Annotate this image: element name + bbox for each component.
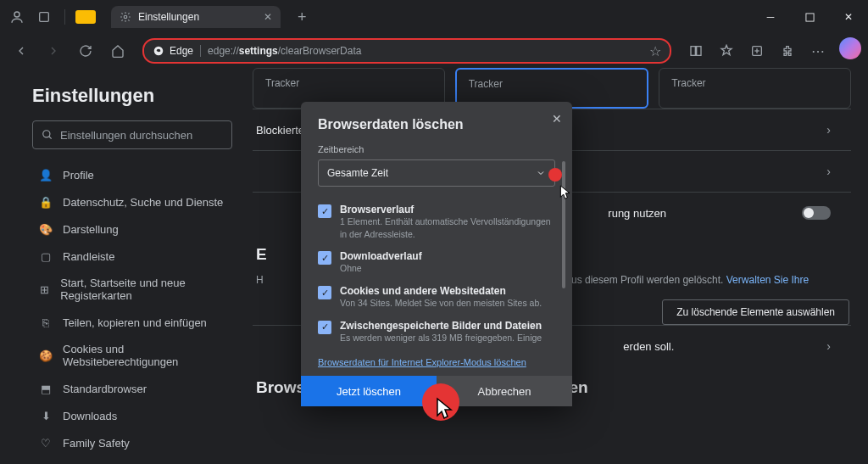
checkbox-icon[interactable]: ✓ [318,204,331,218]
settings-title: Einstellungen [32,85,232,107]
nav-icon: ♡ [39,436,53,450]
nav-icon: 🍪 [39,349,53,362]
edge-logo-icon [153,45,164,57]
more-menu-icon[interactable]: ⋯ [804,37,832,64]
nav-icon: ⊞ [39,282,50,296]
nav-icon: 👤 [39,168,53,182]
copilot-icon[interactable] [839,37,861,59]
sidebar-item[interactable]: ⬒Standardbrowser [32,375,232,402]
nav-label: Start, Startseite und neue Registerkarte… [60,277,225,302]
check-desc: Ohne [340,262,422,275]
sidebar-item[interactable]: 🍪Cookies und Websiteberechtigungen [32,336,232,375]
nav-label: Randleiste [63,250,114,263]
sidebar-item[interactable]: 🔒Datenschutz, Suche und Dienste [32,188,232,215]
nav-label: Downloads [63,410,117,422]
clear-data-dialog: ✕ Browserdaten löschen Zeitbereich Gesam… [301,102,572,406]
checkbox-icon[interactable]: ✓ [318,286,331,299]
check-title: Cookies und andere Websitedaten [340,285,542,297]
clear-now-button[interactable]: Jetzt löschen [301,376,437,406]
search-placeholder: Einstellungen durchsuchen [60,129,192,142]
chevron-right-icon: › [826,339,831,353]
cursor-arrow-icon [559,184,573,201]
svg-rect-6 [697,47,701,56]
svg-line-11 [49,137,52,139]
window-maximize-button[interactable] [790,0,829,34]
home-button[interactable] [103,37,132,64]
nav-label: Teilen, kopieren und einfügen [63,316,207,329]
back-button[interactable] [7,37,36,64]
checkbox-icon[interactable]: ✓ [318,321,331,334]
sidebar-item[interactable]: ⬇Downloads [32,402,232,429]
sidebar-item[interactable]: ⊞Start, Startseite und neue Registerkart… [32,270,232,309]
settings-search-input[interactable]: Einstellungen durchsuchen [32,120,232,149]
svg-rect-5 [691,47,695,56]
toolbar: Edge edge://settings/clearBrowserData ☆ … [0,34,868,68]
sidebar-item[interactable]: ⎘Teilen, kopieren und einfügen [32,309,232,336]
cursor-arrow-icon [436,397,456,421]
nav-icon: ▢ [39,249,53,263]
check-desc: Von 34 Sites. Meldet Sie von den meisten… [340,297,542,310]
workspaces-icon[interactable] [34,7,54,27]
extensions-icon[interactable] [773,37,802,64]
checkbox-row[interactable]: ✓Browserverlauf1 Element. Enthält automa… [318,198,555,245]
toggle-switch[interactable] [802,206,831,220]
address-url: edge://settings/clearBrowserData [201,45,361,57]
favorite-star-icon[interactable]: ☆ [649,43,661,59]
browser-tab[interactable]: Einstellungen ✕ [111,6,281,28]
address-bar[interactable]: Edge edge://settings/clearBrowserData ☆ [142,38,671,64]
dialog-title: Browserdaten löschen [318,117,555,132]
nav-label: Cookies und Websiteberechtigungen [63,343,225,368]
nav-label: Darstellung [63,223,119,236]
nav-label: Family Safety [63,437,130,450]
split-screen-icon[interactable] [682,37,710,64]
settings-sidebar: Einstellungen Einstellungen durchsuchen … [0,68,244,464]
titlebar: Einstellungen ✕ + ─ ✕ [0,0,868,34]
nav-label: Standardbrowser [63,383,147,395]
nav-label: Datenschutz, Suche und Dienste [63,196,223,209]
time-range-select[interactable]: Gesamte Zeit [318,159,555,187]
choose-items-button[interactable]: Zu löschende Elemente auswählen [662,299,849,325]
manage-link[interactable]: Verwalten Sie Ihre [726,274,809,286]
tracker-card[interactable]: Tracker [659,68,851,109]
tab-title: Einstellungen [138,11,257,23]
forward-button [39,37,68,64]
favorites-icon[interactable] [712,37,741,64]
nav-icon: ⬒ [39,382,53,395]
nav-icon: ⎘ [39,316,53,329]
time-range-label: Zeitbereich [318,144,555,154]
refresh-button[interactable] [71,37,100,64]
check-title: Zwischengespeicherte Bilder und Dateien [340,320,542,332]
new-tab-button[interactable]: + [298,8,307,26]
checkbox-row[interactable]: ✓Zwischengespeicherte Bilder und Dateien… [318,315,555,349]
check-title: Browserverlauf [340,204,555,215]
flag-icon [75,10,96,24]
checkbox-row[interactable]: ✓Cookies und andere WebsitedatenVon 34 S… [318,280,555,315]
search-icon [42,129,53,141]
sidebar-item[interactable]: 🌐Sprachen [32,456,232,464]
sidebar-item[interactable]: 👤Profile [32,161,232,188]
svg-point-10 [43,131,50,137]
window-minimize-button[interactable]: ─ [751,0,790,34]
nav-label: Profile [63,169,94,182]
sidebar-item[interactable]: ▢Randleiste [32,243,232,270]
collections-icon[interactable] [743,37,771,64]
checkbox-row[interactable]: ✓DownloadverlaufOhne [318,245,555,280]
dialog-scrollbar[interactable] [562,161,565,288]
ie-mode-link[interactable]: Browserdaten für Internet Explorer-Modus… [318,357,555,367]
svg-rect-1 [40,13,49,22]
check-title: Downloadverlauf [340,250,422,262]
chevron-down-icon [536,168,546,178]
gear-icon [120,11,131,23]
highlight-marker [548,168,562,182]
addr-prefix-label: Edge [170,45,193,57]
sidebar-item[interactable]: 🎨Darstellung [32,215,232,243]
tab-close-icon[interactable]: ✕ [264,11,272,23]
nav-icon: ⬇ [39,409,53,422]
profile-avatar-icon[interactable] [7,7,27,27]
dialog-close-button[interactable]: ✕ [552,112,562,126]
checkbox-icon[interactable]: ✓ [318,251,331,265]
window-close-button[interactable]: ✕ [829,0,868,34]
chevron-right-icon: › [826,123,831,137]
chevron-right-icon: › [826,165,831,178]
sidebar-item[interactable]: ♡Family Safety [32,429,232,456]
